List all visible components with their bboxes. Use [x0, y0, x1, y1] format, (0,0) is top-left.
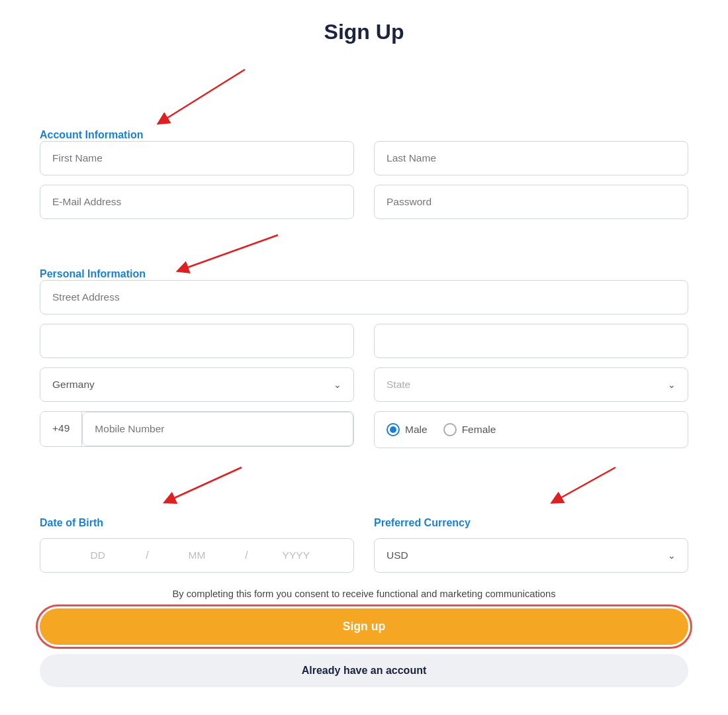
male-radio-circle [387, 423, 400, 436]
signup-button[interactable]: Sign up [40, 608, 688, 645]
state-placeholder: State [387, 379, 410, 391]
gender-col: Male Female [374, 411, 688, 448]
last-name-input[interactable] [374, 141, 688, 175]
password-input[interactable] [374, 185, 688, 219]
state-chevron-icon: ⌄ [668, 379, 676, 390]
dob-input[interactable]: DD / MM / YYYY [40, 538, 354, 573]
street-input[interactable] [40, 280, 688, 314]
name-row [40, 141, 688, 175]
city-col: Frankfurt am Main [40, 324, 354, 358]
phone-gender-row: +49 Male Female [40, 411, 688, 448]
currency-chevron-icon: ⌄ [668, 550, 676, 561]
personal-information-section: Personal Information [40, 268, 688, 280]
male-radio[interactable]: Male [387, 423, 428, 436]
dob-col: DD / MM / YYYY [40, 538, 354, 573]
currency-value: USD [387, 549, 408, 561]
dob-mm: MM [152, 549, 242, 561]
already-have-account-button[interactable]: Already have an account [40, 654, 688, 687]
country-value: Germany [52, 379, 95, 391]
dob-currency-labels-row: Date of Birth Preferred Currency [40, 517, 688, 529]
last-name-col [374, 141, 688, 175]
email-input[interactable] [40, 185, 354, 219]
gender-radio-group: Male Female [374, 411, 688, 448]
account-information-label: Account Information [40, 129, 143, 140]
country-chevron-icon: ⌄ [334, 379, 341, 390]
dob-label: Date of Birth [40, 517, 103, 528]
phone-input-group: +49 [40, 411, 354, 447]
zip-input[interactable]: 60313 [374, 324, 688, 358]
country-select[interactable]: Germany ⌄ [40, 367, 354, 402]
state-select[interactable]: State ⌄ [374, 367, 688, 402]
dob-sep1: / [143, 549, 151, 561]
currency-select[interactable]: USD ⌄ [374, 538, 688, 573]
currency-col: USD ⌄ [374, 538, 688, 573]
phone-prefix: +49 [40, 412, 82, 446]
phone-col: +49 [40, 411, 354, 448]
bottom-section: Date of Birth Preferred Currency DD / MM… [40, 457, 688, 573]
svg-line-0 [162, 70, 245, 121]
currency-label: Preferred Currency [374, 517, 471, 528]
password-col [374, 185, 688, 219]
currency-label-col: Preferred Currency [374, 517, 688, 529]
female-radio[interactable]: Female [443, 423, 496, 436]
page-title: Sign Up [40, 20, 688, 44]
consent-text: By completing this form you consent to r… [40, 589, 688, 599]
city-zip-row: Frankfurt am Main 60313 [40, 324, 688, 358]
female-radio-circle [443, 423, 457, 436]
dob-sep2: / [242, 549, 250, 561]
mobile-input[interactable] [82, 412, 353, 446]
email-col [40, 185, 354, 219]
zip-col: 60313 [374, 324, 688, 358]
state-col: State ⌄ [374, 367, 688, 402]
female-label: Female [462, 424, 496, 436]
dob-currency-row: DD / MM / YYYY USD ⌄ [40, 538, 688, 573]
dob-label-col: Date of Birth [40, 517, 354, 529]
dob-dd: DD [52, 549, 143, 561]
male-label: Male [405, 424, 428, 436]
email-password-row [40, 185, 688, 219]
country-state-row: Germany ⌄ State ⌄ [40, 367, 688, 402]
country-col: Germany ⌄ [40, 367, 354, 402]
account-information-section: Account Information [40, 129, 688, 141]
street-row [40, 280, 688, 314]
first-name-input[interactable] [40, 141, 354, 175]
account-arrow-decoration [40, 63, 688, 136]
dob-yyyy: YYYY [251, 549, 341, 561]
first-name-col [40, 141, 354, 175]
svg-line-1 [182, 235, 278, 269]
city-input[interactable]: Frankfurt am Main [40, 324, 354, 358]
personal-information-label: Personal Information [40, 268, 146, 279]
street-col [40, 280, 688, 314]
